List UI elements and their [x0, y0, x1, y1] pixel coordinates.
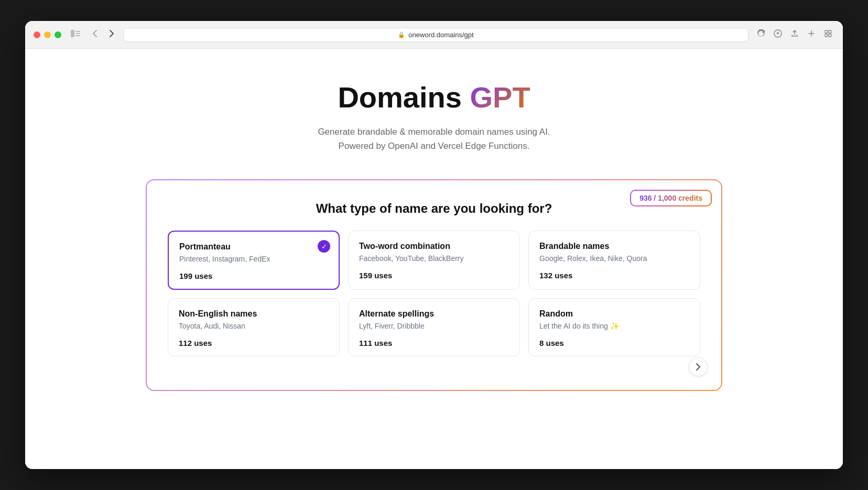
page-content: Domains GPT Generate brandable & memorab…	[25, 49, 843, 469]
name-card-title: Two-word combination	[359, 242, 509, 251]
name-card-examples: Lyft, Fiverr, Dribbble	[359, 322, 509, 330]
name-card-title: Random	[539, 309, 689, 319]
credits-label: 936 / 1,000 credits	[639, 194, 702, 202]
card-wrapper: 936 / 1,000 credits What type of name ar…	[146, 179, 722, 391]
name-card-examples: Google, Rolex, Ikea, Nike, Quora	[539, 254, 689, 263]
credits-badge[interactable]: 936 / 1,000 credits	[631, 191, 711, 205]
subtitle-line1: Generate brandable & memorable domain na…	[318, 127, 550, 137]
lock-icon: 🔒	[398, 31, 405, 38]
name-card-uses: 159 uses	[359, 271, 509, 280]
name-card-uses: 8 uses	[539, 339, 689, 347]
section-title: What type of name are you looking for?	[168, 201, 700, 216]
download-button[interactable]	[772, 27, 784, 42]
name-card-uses: 112 uses	[179, 339, 329, 347]
name-card-title: Portmanteau	[179, 242, 328, 252]
name-card-title: Non-English names	[179, 309, 329, 319]
svg-rect-7	[825, 34, 828, 37]
next-button[interactable]	[689, 357, 708, 376]
name-card-uses: 132 uses	[539, 271, 689, 280]
svg-rect-1	[75, 31, 80, 32]
title-gradient: GPT	[470, 81, 530, 114]
browser-chrome: 🔒 oneword.domains/gpt	[25, 21, 843, 49]
title-plain: Domains	[338, 81, 470, 114]
url-text: oneword.domains/gpt	[408, 31, 473, 39]
subtitle-line2: Powered by OpenAI and Vercel Edge Functi…	[339, 141, 530, 151]
name-card-examples: Pinterest, Instagram, FedEx	[179, 255, 328, 263]
name-card-uses: 111 uses	[359, 339, 509, 347]
new-tab-button[interactable]	[805, 27, 818, 42]
name-card-examples: Toyota, Audi, Nissan	[179, 322, 329, 330]
page-title: Domains GPT	[338, 80, 530, 114]
svg-rect-3	[75, 35, 80, 36]
credits-badge-wrap: 936 / 1,000 credits	[630, 190, 712, 206]
name-type-card-alternate-spellings[interactable]: Alternate spellings Lyft, Fiverr, Dribbb…	[348, 298, 520, 356]
sidebar-toggle-button[interactable]	[68, 29, 83, 40]
address-bar[interactable]: 🔒 oneword.domains/gpt	[123, 28, 748, 42]
tab-overview-button[interactable]	[822, 27, 834, 42]
name-type-grid: Portmanteau Pinterest, Instagram, FedEx …	[168, 231, 700, 356]
traffic-lights	[34, 31, 61, 38]
share-button[interactable]	[788, 27, 801, 42]
back-button[interactable]	[90, 29, 100, 40]
name-type-card-non-english[interactable]: Non-English names Toyota, Audi, Nissan 1…	[168, 298, 340, 356]
svg-rect-8	[829, 34, 831, 37]
minimize-button[interactable]	[44, 31, 51, 38]
browser-window: 🔒 oneword.domains/gpt	[25, 21, 843, 469]
svg-rect-5	[825, 30, 828, 33]
name-card-uses: 199 uses	[179, 271, 328, 280]
name-card-examples: Facebook, YouTube, BlackBerry	[359, 254, 509, 263]
svg-rect-6	[829, 30, 831, 33]
card-inner: 936 / 1,000 credits What type of name ar…	[147, 180, 721, 390]
name-card-title: Brandable names	[539, 242, 689, 251]
browser-actions	[755, 27, 834, 42]
name-card-examples: Let the AI do its thing ✨	[539, 322, 689, 330]
name-type-card-brandable[interactable]: Brandable names Google, Rolex, Ikea, Nik…	[528, 231, 700, 290]
refresh-button[interactable]	[755, 27, 767, 42]
name-type-card-random[interactable]: Random Let the AI do its thing ✨ 8 uses	[528, 298, 700, 356]
maximize-button[interactable]	[55, 31, 61, 38]
svg-rect-0	[71, 30, 74, 37]
name-type-card-two-word[interactable]: Two-word combination Facebook, YouTube, …	[348, 231, 520, 290]
selected-check-icon: ✓	[318, 240, 330, 253]
name-type-card-portmanteau[interactable]: Portmanteau Pinterest, Instagram, FedEx …	[168, 231, 340, 290]
name-card-title: Alternate spellings	[359, 309, 509, 319]
page-subtitle: Generate brandable & memorable domain na…	[318, 125, 550, 153]
forward-button[interactable]	[106, 29, 117, 40]
svg-rect-2	[75, 33, 80, 34]
close-button[interactable]	[34, 31, 40, 38]
